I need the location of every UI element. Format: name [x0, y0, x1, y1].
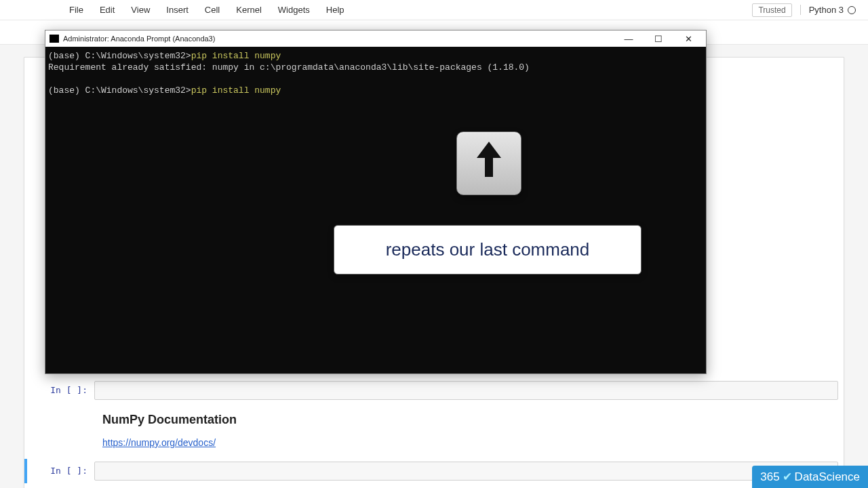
code-cell[interactable]: In [ ]:	[24, 378, 844, 403]
menu-cell[interactable]: Cell	[197, 1, 228, 18]
menu-widgets[interactable]: Widgets	[270, 1, 318, 18]
close-button[interactable]: ✕	[673, 31, 703, 46]
terminal-blank	[48, 74, 703, 85]
terminal-title: Administrator: Anaconda Prompt (Anaconda…	[63, 35, 215, 43]
check-icon: ✔	[783, 470, 792, 484]
docs-link[interactable]: https://numpy.org/devdocs/	[102, 437, 216, 448]
terminal-line: (base) C:\Windows\system32>pip install n…	[48, 51, 703, 62]
terminal-line: (base) C:\Windows\system32>pip install n…	[48, 85, 703, 97]
up-arrow-icon	[474, 140, 504, 186]
watermark: 365✔DataScience	[752, 466, 868, 488]
terminal-command: pip install numpy	[191, 85, 281, 96]
terminal-prompt: (base) C:\Windows\system32>	[48, 51, 191, 61]
terminal-icon	[50, 35, 59, 43]
cell-input[interactable]	[94, 381, 838, 400]
terminal-titlebar[interactable]: Administrator: Anaconda Prompt (Anaconda…	[45, 30, 706, 47]
kernel-name[interactable]: Python 3	[800, 5, 861, 15]
terminal-body[interactable]: (base) C:\Windows\system32>pip install n…	[45, 47, 706, 373]
terminal-output: Requirement already satisfied: numpy in …	[48, 62, 703, 74]
cell-input[interactable]	[94, 462, 838, 481]
menu-insert[interactable]: Insert	[158, 1, 197, 18]
menu-view[interactable]: View	[123, 1, 158, 18]
kernel-label: Python 3	[809, 5, 844, 15]
caption-overlay: repeats our last command	[334, 225, 642, 274]
terminal-prompt: (base) C:\Windows\system32>	[48, 85, 191, 96]
menu-edit[interactable]: Edit	[92, 1, 123, 18]
markdown-heading: NumPy Documentation	[102, 413, 838, 427]
kernel-indicator-icon	[848, 6, 856, 14]
up-arrow-keycap	[456, 131, 521, 195]
menu-file[interactable]: File	[61, 1, 92, 18]
terminal-window: Administrator: Anaconda Prompt (Anaconda…	[45, 30, 707, 374]
code-cell[interactable]: In [ ]:	[24, 459, 844, 483]
minimize-button[interactable]: —	[614, 31, 644, 46]
menu-list: File Edit View Insert Cell Kernel Widget…	[61, 1, 353, 18]
cell-prompt: In [ ]:	[30, 381, 94, 400]
watermark-left: 365	[760, 470, 779, 484]
menu-kernel[interactable]: Kernel	[228, 1, 270, 18]
markdown-cell: NumPy Documentation https://numpy.org/de…	[24, 405, 844, 457]
maximize-button[interactable]: ☐	[644, 31, 673, 46]
terminal-command: pip install numpy	[191, 51, 281, 61]
menu-help[interactable]: Help	[318, 1, 353, 18]
jupyter-menubar: File Edit View Insert Cell Kernel Widget…	[0, 0, 868, 20]
trusted-badge[interactable]: Trusted	[752, 3, 791, 17]
cell-prompt: In [ ]:	[30, 462, 94, 481]
watermark-right: DataScience	[795, 470, 860, 484]
